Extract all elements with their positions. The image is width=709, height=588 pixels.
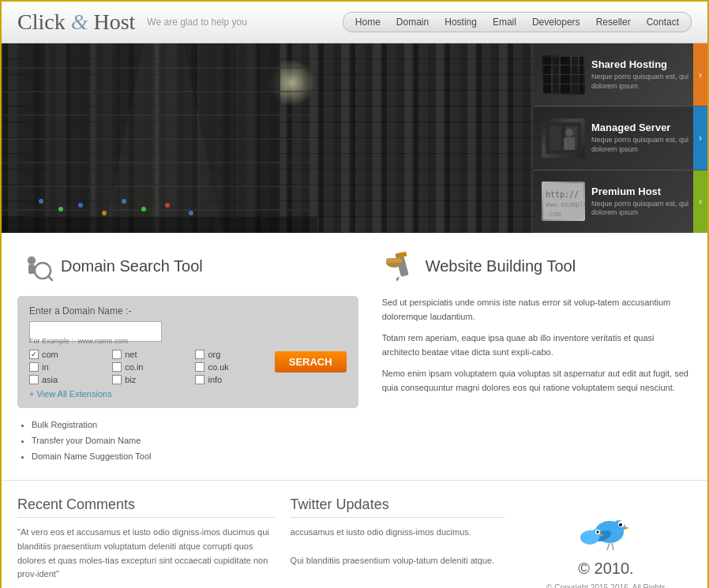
nav-hosting[interactable]: Hosting	[437, 13, 485, 32]
tld-coin-check[interactable]	[112, 362, 122, 372]
svg-line-49	[48, 276, 52, 280]
logo-click: Click	[17, 9, 66, 34]
shared-title: Shared Hosting	[591, 58, 700, 70]
tld-coin[interactable]: co.in	[112, 362, 183, 372]
tld-net[interactable]: net	[112, 350, 183, 359]
svg-rect-34	[542, 65, 585, 66]
bulk-registration-link[interactable]: Bulk Registration	[32, 418, 358, 433]
premium-thumb: http:// www.example .com	[542, 182, 585, 221]
svg-marker-51	[396, 276, 400, 282]
svg-rect-38	[550, 126, 561, 150]
logo-tagline: We are glad to help you	[147, 17, 247, 28]
tld-net-check[interactable]	[112, 350, 122, 359]
svg-rect-36	[542, 84, 585, 84]
tld-grid: ✓ com net org in	[29, 350, 267, 384]
tld-couk-label: co.uk	[208, 362, 228, 372]
svg-rect-28	[2, 217, 317, 233]
nav-email[interactable]: Email	[485, 13, 524, 32]
domain-search-button[interactable]: SERACH	[275, 351, 347, 373]
tld-asia-check[interactable]	[29, 375, 39, 384]
svg-text:www.example: www.example	[546, 201, 585, 208]
svg-point-66	[597, 531, 599, 534]
website-section-title: Website Building Tool	[426, 257, 576, 275]
tld-in-check[interactable]	[29, 362, 39, 372]
domain-suggestion-link[interactable]: Domain Name Suggestion Tool	[32, 449, 358, 465]
recent-comments-title: Recent Comments	[17, 496, 275, 518]
shared-arrow: ›	[693, 43, 707, 106]
view-extensions-link[interactable]: + View All Extensions	[29, 389, 347, 399]
copyright-year: © 2010.	[578, 560, 633, 578]
managed-desc: Neque porro quisquam est, qui dolorem ip…	[591, 136, 700, 154]
svg-line-68	[612, 543, 613, 550]
tld-org[interactable]: org	[195, 350, 266, 359]
tld-in[interactable]: in	[29, 362, 100, 372]
tld-biz[interactable]: biz	[112, 375, 183, 384]
managed-server-card[interactable]: Managed Server Neque porro quisquam est,…	[534, 107, 707, 170]
svg-marker-58	[625, 526, 629, 530]
tld-search-row: ✓ com net org in	[29, 350, 347, 384]
header: Click & Host We are glad to help you Hom…	[2, 2, 707, 43]
website-section: Website Building Tool Sed ut perspiciati…	[382, 249, 692, 464]
tld-asia-label: asia	[42, 375, 58, 384]
svg-rect-35	[542, 74, 585, 75]
domain-icon-svg	[17, 249, 53, 284]
svg-point-40	[565, 129, 573, 137]
recent-comments-section: Recent Comments "At vero eos et accusamu…	[17, 496, 275, 588]
website-para3: Nemo enim ipsam voluptatem quia voluptas…	[382, 367, 692, 395]
domain-icon	[17, 249, 53, 284]
logo-amp: &	[71, 9, 94, 34]
tld-asia[interactable]: asia	[29, 375, 100, 384]
website-icon	[382, 249, 418, 284]
nav-domain[interactable]: Domain	[388, 13, 437, 32]
tld-biz-check[interactable]	[112, 375, 122, 384]
bottom-content: Recent Comments "At vero eos et accusamu…	[2, 480, 707, 588]
nav-contact[interactable]: Contact	[639, 13, 687, 32]
tld-com[interactable]: ✓ com	[29, 350, 100, 359]
premium-desc: Neque porro quisquam est, qui dolorem ip…	[591, 200, 700, 218]
tld-couk[interactable]: co.uk	[195, 362, 266, 372]
copyright-line1: © Copyright 2015-2016. All Rights	[546, 582, 666, 588]
nav-developers[interactable]: Developers	[524, 13, 588, 32]
twitter-title: Twitter Updates	[291, 496, 505, 518]
nav-reseller[interactable]: Reseller	[588, 13, 639, 32]
tld-info-check[interactable]	[195, 375, 204, 384]
shared-desc: Neque porro quisquam est, qui dolorem ip…	[591, 73, 700, 91]
tld-com-label: com	[42, 350, 58, 359]
domain-section: Domain Search Tool Enter a Domain Name :…	[17, 249, 358, 464]
tld-com-check[interactable]: ✓	[29, 350, 39, 359]
domain-header: Domain Search Tool	[17, 249, 358, 284]
shared-hosting-card[interactable]: Shared Hosting Neque porro quisquam est,…	[534, 43, 707, 107]
svg-point-21	[78, 203, 83, 208]
svg-point-46	[28, 257, 36, 264]
premium-host-card[interactable]: http:// www.example .com Premium Host Ne…	[534, 170, 707, 233]
website-icon-svg	[382, 249, 418, 284]
recent-comments-author[interactable]: - www.name	[17, 585, 66, 588]
svg-line-67	[607, 543, 610, 550]
managed-title: Managed Server	[591, 122, 700, 133]
hero-cards: Shared Hosting Neque porro quisquam est,…	[534, 43, 707, 233]
tld-info-label: info	[208, 375, 222, 384]
website-para1: Sed ut perspiciatis unde omnis iste natu…	[382, 296, 692, 324]
managed-card-text: Managed Server Neque porro quisquam est,…	[591, 122, 700, 154]
premium-arrow: ›	[693, 170, 707, 233]
server-rack-svg	[2, 43, 534, 233]
domain-section-title: Domain Search Tool	[61, 257, 203, 275]
svg-text:.com: .com	[546, 211, 561, 218]
twitter-section: Twitter Updates accusamus et iusto odio …	[291, 496, 505, 588]
transfer-domain-link[interactable]: Transfer your Domain Name	[32, 433, 358, 449]
hero-main-image	[2, 43, 534, 233]
premium-title: Premium Host	[591, 185, 700, 197]
premium-thumb-svg: http:// www.example .com	[542, 182, 585, 221]
main-content: Domain Search Tool Enter a Domain Name :…	[2, 233, 707, 480]
main-nav: Home Domain Hosting Email Developers Res…	[343, 12, 692, 32]
tld-biz-label: biz	[125, 375, 136, 384]
nav-home[interactable]: Home	[347, 13, 388, 32]
tld-net-label: net	[125, 350, 137, 359]
tld-info[interactable]: info	[195, 375, 266, 384]
svg-point-22	[102, 211, 107, 215]
search-btn-col: SERACH	[275, 350, 347, 374]
tld-couk-check[interactable]	[195, 362, 204, 372]
logo-host: Host	[93, 9, 135, 34]
svg-point-61	[619, 523, 622, 526]
tld-org-check[interactable]	[195, 350, 204, 359]
